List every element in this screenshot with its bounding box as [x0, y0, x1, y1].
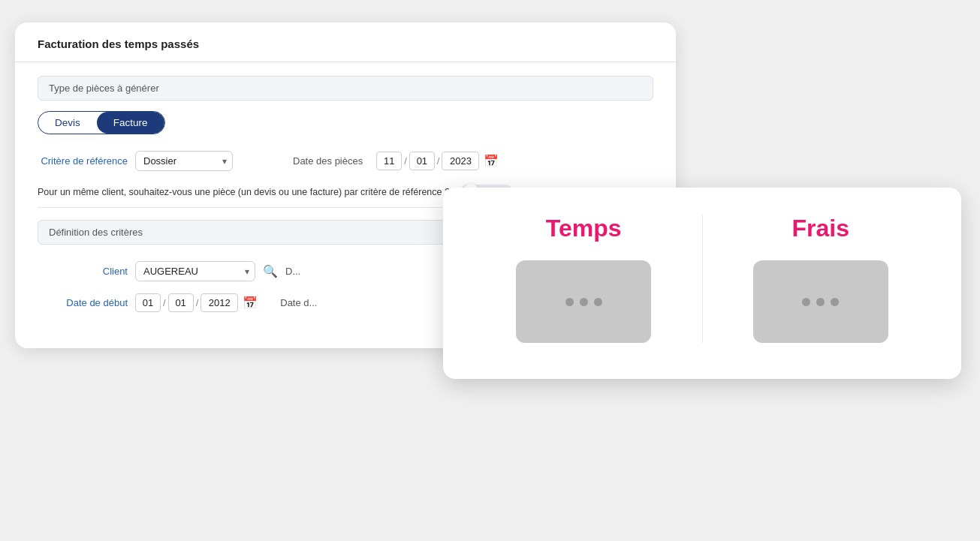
- criteria-select[interactable]: Dossier: [135, 151, 233, 171]
- frais-dot-3: [831, 298, 839, 306]
- temps-dot-3: [594, 298, 602, 306]
- devis-button[interactable]: Devis: [38, 112, 97, 134]
- date-fin-truncated: Date d...: [280, 297, 317, 308]
- frais-dot-1: [802, 298, 810, 306]
- client-label: Client: [38, 266, 128, 277]
- client-select-wrapper[interactable]: AUGEREAU: [135, 261, 255, 281]
- date-debut-label: Date de début: [38, 297, 128, 308]
- piece-type-toggle[interactable]: Devis Facture: [38, 111, 165, 134]
- frais-col: Frais: [710, 215, 932, 343]
- frais-placeholder-box: [753, 260, 888, 343]
- temps-dot-1: [565, 298, 574, 306]
- temps-dots: [565, 298, 602, 306]
- date-debut-day[interactable]: [135, 293, 161, 312]
- date-pieces-calendar-icon[interactable]: 📅: [484, 154, 499, 168]
- date-pieces-month[interactable]: [409, 152, 435, 170]
- temps-placeholder-box: [516, 260, 651, 343]
- date-fin-partial-label: D...: [285, 266, 300, 277]
- col-divider: [702, 215, 703, 343]
- date-debut-calendar-icon[interactable]: 📅: [243, 296, 258, 310]
- facture-button[interactable]: Facture: [97, 112, 164, 134]
- temps-dot-2: [580, 298, 588, 306]
- criteria-date-row: Critère de référence Dossier Date des pi…: [15, 145, 676, 177]
- date-pieces-group: / / 📅: [376, 152, 499, 170]
- client-select[interactable]: AUGEREAU: [135, 261, 255, 281]
- date-pieces-day[interactable]: [376, 152, 402, 170]
- date-pieces-label: Date des pièces: [293, 155, 363, 167]
- date-debut-month[interactable]: [168, 293, 194, 312]
- frais-title: Frais: [792, 215, 849, 242]
- question-text: Pour un même client, souhaitez-vous une …: [38, 187, 450, 197]
- date-debut-year[interactable]: [201, 293, 238, 312]
- date-debut-group: / / 📅: [135, 293, 258, 312]
- frais-dot-2: [816, 298, 825, 306]
- overlay-card: Temps Frais: [443, 188, 961, 379]
- card-header: Facturation des temps passés: [15, 23, 676, 62]
- criteria-label: Critère de référence: [38, 155, 128, 167]
- date-pieces-year[interactable]: [442, 152, 479, 170]
- card-title: Facturation des temps passés: [38, 38, 199, 50]
- section-type-label: Type de pièces à générer: [38, 76, 653, 101]
- criteria-select-wrapper[interactable]: Dossier: [135, 151, 233, 171]
- temps-title: Temps: [546, 215, 622, 242]
- frais-dots: [802, 298, 839, 306]
- temps-col: Temps: [473, 215, 695, 343]
- client-search-icon[interactable]: 🔍: [263, 264, 278, 278]
